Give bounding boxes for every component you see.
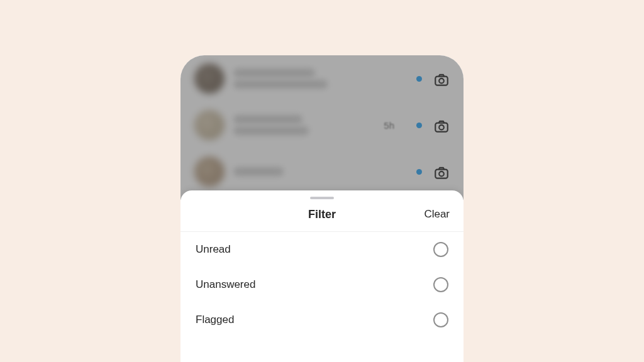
dim-overlay[interactable] bbox=[180, 55, 464, 200]
filter-option-unanswered[interactable]: Unanswered bbox=[180, 267, 464, 302]
filter-option-flagged[interactable]: Flagged bbox=[180, 302, 464, 337]
filter-option-unread[interactable]: Unread bbox=[180, 232, 464, 267]
sheet-title: Filter bbox=[308, 208, 336, 221]
filter-bottom-sheet: Filter Clear Unread Unanswered Flagged bbox=[180, 190, 464, 362]
filter-label: Flagged bbox=[196, 314, 234, 326]
radio-icon[interactable] bbox=[433, 312, 448, 327]
phone-frame: 5h bbox=[180, 55, 464, 362]
filter-label: Unanswered bbox=[196, 278, 255, 291]
sheet-header: Filter Clear bbox=[180, 203, 464, 232]
radio-icon[interactable] bbox=[433, 277, 448, 292]
filter-label: Unread bbox=[196, 243, 231, 256]
radio-icon[interactable] bbox=[433, 242, 448, 257]
clear-button[interactable]: Clear bbox=[424, 208, 450, 221]
sheet-handle-icon[interactable] bbox=[310, 197, 334, 199]
